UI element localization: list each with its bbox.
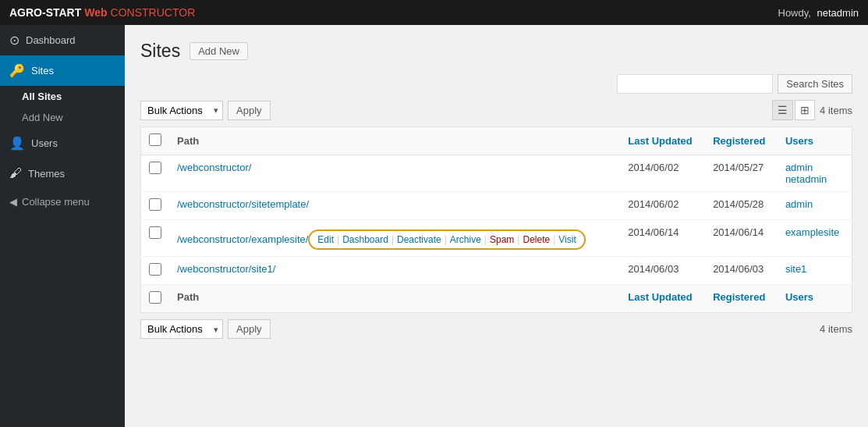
row-action-edit[interactable]: Edit xyxy=(317,234,334,245)
row-checkbox-cell xyxy=(141,192,170,220)
footer-select-all-checkbox[interactable] xyxy=(149,291,161,304)
site-path-link[interactable]: /webconstructor/site1/ xyxy=(177,263,275,275)
footer-registered-header: Registered xyxy=(705,285,778,313)
view-icons: ☰ ⊞ xyxy=(772,100,815,120)
action-separator: | xyxy=(484,234,487,245)
search-sites-button[interactable]: Search Sites xyxy=(778,74,852,94)
sidebar-sites-section: 🔑 Sites All Sites Add New xyxy=(0,55,125,128)
collapse-icon: ◀ xyxy=(9,196,17,208)
row-users: admin xyxy=(778,192,852,220)
sidebar-item-label: Users xyxy=(31,137,58,149)
users-icon: 👤 xyxy=(9,136,25,151)
row-path-cell: /webconstructor/site1/ xyxy=(169,257,620,285)
table-footer-header-row: Path Last Updated Registered Users xyxy=(141,285,852,313)
list-view-button[interactable]: ☰ xyxy=(772,100,793,120)
row-checkbox[interactable] xyxy=(149,226,161,239)
footer-users-header: Users xyxy=(778,285,852,313)
footer-path-header: Path xyxy=(169,285,620,313)
items-count: 4 items xyxy=(820,105,852,116)
howdy-area: Howdy, netadmin xyxy=(778,7,859,19)
sidebar-item-label: Sites xyxy=(31,65,54,77)
user-link[interactable]: admin xyxy=(785,198,844,210)
row-action-dashboard[interactable]: Dashboard xyxy=(342,234,388,245)
table-row: /webconstructor/examplesite/Edit|Dashboa… xyxy=(141,220,852,257)
bulk-actions-select[interactable]: Bulk Actions xyxy=(140,101,223,120)
action-separator: | xyxy=(337,234,339,245)
action-separator: | xyxy=(517,234,519,245)
row-registered: 2014/05/27 xyxy=(705,155,778,192)
grid-view-button[interactable]: ⊞ xyxy=(795,100,815,120)
select-all-checkbox[interactable] xyxy=(149,133,161,146)
active-indicator xyxy=(122,55,125,86)
logo-area: AGRO-START Web CONSTRUCTOR xyxy=(9,6,195,19)
row-action-spam[interactable]: Spam xyxy=(490,234,514,245)
toolbar-left: Bulk Actions Apply xyxy=(140,101,271,120)
search-bar: Search Sites xyxy=(140,74,852,94)
row-action-deactivate[interactable]: Deactivate xyxy=(397,234,441,245)
header-path[interactable]: Path xyxy=(169,127,620,155)
apply-button-bottom[interactable]: Apply xyxy=(228,319,271,339)
howdy-label: Howdy, xyxy=(778,7,811,19)
sidebar-sites-sub: All Sites Add New xyxy=(0,86,125,128)
row-last-updated: 2014/06/14 xyxy=(620,220,705,257)
row-last-updated: 2014/06/02 xyxy=(620,155,705,192)
user-link[interactable]: netadmin xyxy=(785,173,844,185)
sidebar-item-sites[interactable]: 🔑 Sites xyxy=(0,55,125,86)
search-input[interactable] xyxy=(617,74,773,94)
row-checkbox[interactable] xyxy=(149,162,161,174)
sidebar-sub-all-sites[interactable]: All Sites xyxy=(0,86,125,107)
table-row: /webconstructor/sitetemplate/2014/06/022… xyxy=(141,192,852,220)
user-link[interactable]: admin xyxy=(785,162,844,173)
site-path-link[interactable]: /webconstructor/sitetemplate/ xyxy=(177,198,309,210)
footer-updated-header: Last Updated xyxy=(620,285,705,313)
page-header: Sites Add New xyxy=(140,41,852,62)
sidebar-item-users[interactable]: 👤 Users xyxy=(0,128,125,158)
bottom-bulk-actions-select[interactable]: Bulk Actions xyxy=(140,319,223,339)
row-users: examplesite xyxy=(778,220,852,257)
collapse-menu[interactable]: ◀ Collapse menu xyxy=(0,188,125,215)
apply-button-top[interactable]: Apply xyxy=(228,101,271,120)
page-title: Sites xyxy=(140,41,180,62)
sidebar: ⊙ Dashboard 🔑 Sites All Sites Add New 👤 … xyxy=(0,25,125,427)
user-link[interactable]: examplesite xyxy=(785,226,844,238)
sidebar-item-themes[interactable]: 🖌 Themes xyxy=(0,158,125,188)
row-registered: 2014/06/03 xyxy=(705,257,778,285)
row-action-delete[interactable]: Delete xyxy=(523,234,550,245)
row-path-cell: /webconstructor/examplesite/Edit|Dashboa… xyxy=(169,220,620,257)
sidebar-item-dashboard[interactable]: ⊙ Dashboard xyxy=(0,25,125,55)
row-last-updated: 2014/06/02 xyxy=(620,192,705,220)
row-checkbox[interactable] xyxy=(149,198,161,211)
action-separator: | xyxy=(391,234,394,245)
row-path-cell: /webconstructor/ xyxy=(169,155,620,192)
row-registered: 2014/05/28 xyxy=(705,192,778,220)
bottom-toolbar: Bulk Actions Apply 4 items xyxy=(140,319,852,339)
site-path-link[interactable]: /webconstructor/ xyxy=(177,162,251,173)
sites-table: Path Last Updated Registered Users /webc… xyxy=(140,126,852,313)
header-users[interactable]: Users xyxy=(778,127,852,155)
site-path-link[interactable]: /webconstructor/examplesite/ xyxy=(177,233,308,245)
table-row: /webconstructor/site1/2014/06/032014/06/… xyxy=(141,257,852,285)
header-last-updated[interactable]: Last Updated xyxy=(620,127,705,155)
row-action-archive[interactable]: Archive xyxy=(450,234,481,245)
logo-constructor: CONSTRUCTOR xyxy=(111,6,196,19)
header-registered[interactable]: Registered xyxy=(705,127,778,155)
table-row: /webconstructor/2014/06/022014/05/27admi… xyxy=(141,155,852,192)
sidebar-item-label: Dashboard xyxy=(26,34,76,46)
bottom-items-count: 4 items xyxy=(820,323,852,335)
sites-icon: 🔑 xyxy=(9,63,25,78)
action-separator: | xyxy=(553,234,555,245)
row-checkbox-cell xyxy=(141,257,170,285)
collapse-label: Collapse menu xyxy=(22,196,90,208)
action-separator: | xyxy=(445,234,447,245)
user-link[interactable]: site1 xyxy=(785,263,844,275)
sidebar-sub-add-new[interactable]: Add New xyxy=(0,107,125,128)
dashboard-icon: ⊙ xyxy=(9,33,19,48)
row-checkbox-cell xyxy=(141,220,170,257)
top-toolbar: Bulk Actions Apply ☰ ⊞ 4 items xyxy=(140,100,852,120)
row-users: adminnetadmin xyxy=(778,155,852,192)
add-new-button[interactable]: Add New xyxy=(190,42,248,60)
row-action-visit[interactable]: Visit xyxy=(558,234,576,245)
row-checkbox[interactable] xyxy=(149,263,161,276)
logo-web: Web xyxy=(84,6,107,19)
footer-cb-cell xyxy=(141,285,170,313)
